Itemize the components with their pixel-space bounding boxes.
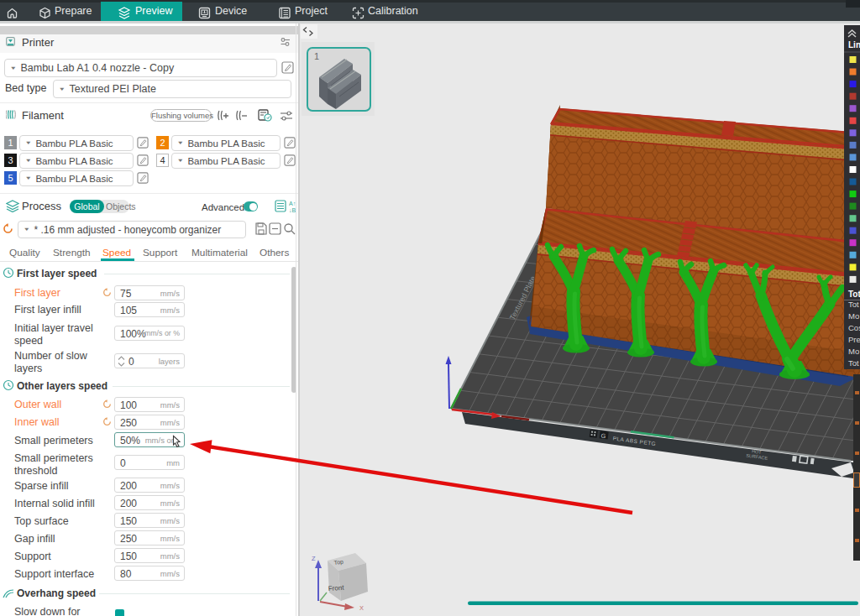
svg-text:Tot: Tot — [848, 290, 860, 299]
svg-text:Tot: Tot — [848, 300, 859, 309]
svg-text:Tot: Tot — [848, 358, 859, 368]
svg-text:Lin: Lin — [848, 40, 860, 50]
svg-text:Z: Z — [312, 555, 316, 562]
svg-text:Mo: Mo — [848, 347, 859, 356]
svg-text:Mo: Mo — [848, 311, 859, 321]
svg-text:Front: Front — [328, 584, 345, 593]
svg-text:X: X — [359, 604, 364, 612]
svg-text:Cos: Cos — [848, 323, 860, 332]
svg-text:A↑: A↑ — [289, 201, 296, 206]
svg-text:Pre: Pre — [848, 335, 860, 344]
